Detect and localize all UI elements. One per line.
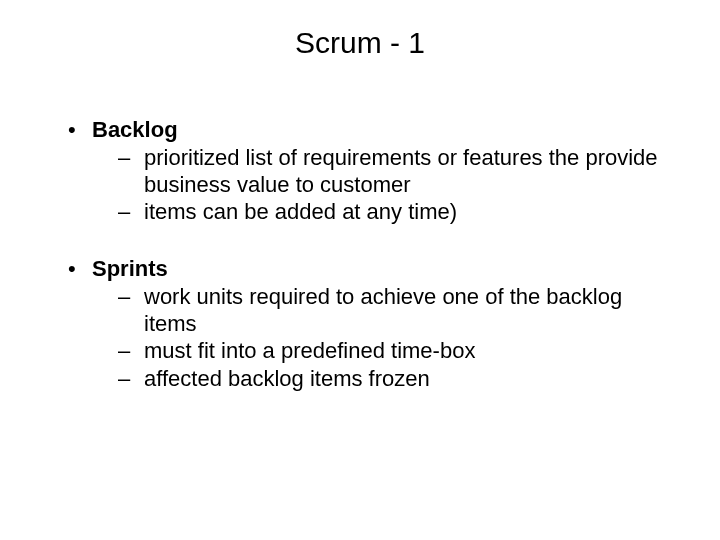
- sub-item-text: must fit into a predefined time-box: [144, 337, 672, 364]
- bullet-icon: •: [68, 116, 92, 144]
- dash-icon: –: [118, 283, 144, 338]
- sub-list-item: – items can be added at any time): [118, 198, 672, 225]
- slide: Scrum - 1 • Backlog – prioritized list o…: [0, 0, 720, 540]
- dash-icon: –: [118, 144, 144, 199]
- list-item: • Backlog – prioritized list of requirem…: [68, 116, 672, 225]
- slide-title: Scrum - 1: [48, 26, 672, 60]
- section-heading: Sprints: [92, 255, 168, 283]
- sub-item-text: affected backlog items frozen: [144, 365, 672, 392]
- dash-icon: –: [118, 365, 144, 392]
- list-item: • Sprints – work units required to achie…: [68, 255, 672, 392]
- sub-list: – work units required to achieve one of …: [68, 283, 672, 392]
- slide-body: • Backlog – prioritized list of requirem…: [48, 116, 672, 392]
- sub-item-text: items can be added at any time): [144, 198, 672, 225]
- sub-list-item: – must fit into a predefined time-box: [118, 337, 672, 364]
- sub-item-text: prioritized list of requirements or feat…: [144, 144, 672, 199]
- sub-list-item: – affected backlog items frozen: [118, 365, 672, 392]
- bullet-list: • Backlog – prioritized list of requirem…: [48, 116, 672, 392]
- bullet-icon: •: [68, 255, 92, 283]
- sub-list: – prioritized list of requirements or fe…: [68, 144, 672, 226]
- sub-list-item: – work units required to achieve one of …: [118, 283, 672, 338]
- dash-icon: –: [118, 198, 144, 225]
- sub-list-item: – prioritized list of requirements or fe…: [118, 144, 672, 199]
- sub-item-text: work units required to achieve one of th…: [144, 283, 672, 338]
- dash-icon: –: [118, 337, 144, 364]
- section-heading: Backlog: [92, 116, 178, 144]
